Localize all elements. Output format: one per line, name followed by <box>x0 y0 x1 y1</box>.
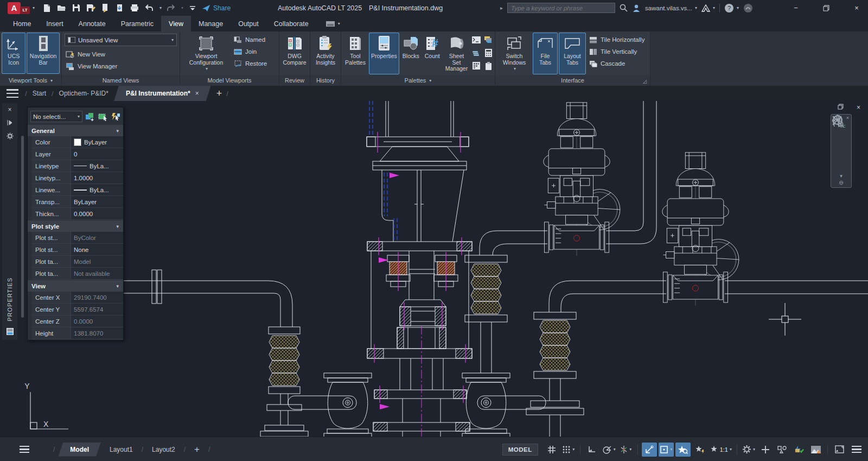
property-row-center-x[interactable]: Center X 29190.7400 <box>32 292 123 304</box>
activity-insights-button[interactable]: Activity Insights <box>312 33 339 74</box>
polar-tracking-button[interactable]: ▾ <box>601 443 617 457</box>
isolate-objects-button[interactable] <box>775 443 790 457</box>
search-icon[interactable] <box>620 4 628 12</box>
property-row-linetype-scale[interactable]: Linetyp... 1.0000 <box>32 172 123 184</box>
count-palette-button[interactable]: Count <box>423 33 442 74</box>
control-valve-2[interactable] <box>662 153 739 306</box>
section-header-general[interactable]: General▾ <box>28 125 123 136</box>
drawing-canvas[interactable]: X Y − × × 2D ▾ ⊖ <box>0 101 868 437</box>
panel-label-named-views[interactable]: Named Views <box>62 75 180 86</box>
model-space-button[interactable]: MODEL <box>502 444 538 456</box>
grid-display-button[interactable] <box>544 443 559 457</box>
quick-calc-icon[interactable] <box>471 60 482 72</box>
panel-label-review[interactable]: Review <box>279 75 310 86</box>
join-viewports-button[interactable]: Join <box>232 46 269 58</box>
layer-states-icon[interactable] <box>483 34 494 46</box>
tab-annotate[interactable]: Annotate <box>71 16 113 31</box>
plot-button[interactable] <box>129 3 140 14</box>
clipboard-icon[interactable] <box>483 60 494 72</box>
property-row-center-z[interactable]: Center Z 0.0000 <box>32 315 123 327</box>
toggle-pickadd-icon[interactable] <box>85 111 95 122</box>
ribbon-display-button[interactable]: ▾ <box>322 16 344 31</box>
tab-parametric[interactable]: Parametric <box>113 16 161 31</box>
panel-launcher-icon[interactable]: ◿ <box>643 79 647 84</box>
viewport-configuration-button[interactable]: Viewport Configuration ▾ <box>182 33 231 74</box>
hardware-acceleration-button[interactable] <box>792 443 807 457</box>
tab-view[interactable]: View <box>161 16 191 31</box>
panel-label-palettes[interactable]: Palettes▾ <box>341 75 495 86</box>
tab-insert[interactable]: Insert <box>39 16 71 31</box>
property-row-transparency[interactable]: Transp... ByLayer <box>32 196 123 208</box>
navbar-more-caret[interactable]: ▾ <box>840 173 843 179</box>
markup-sets-icon[interactable] <box>471 47 482 59</box>
navigation-bar-button[interactable]: Navigation Bar <box>27 33 60 74</box>
layout-tab-layout2[interactable]: Layout2 <box>146 443 181 456</box>
switch-windows-button[interactable]: Switch Windows ▾ <box>497 33 532 74</box>
property-row-color[interactable]: Color ByLayer <box>32 136 123 148</box>
ucs-icon-button[interactable]: UCS Icon <box>2 33 25 74</box>
new-view-button[interactable]: New View <box>63 48 178 60</box>
property-row-height[interactable]: Height 1381.8070 <box>32 327 123 339</box>
customization-menu-icon[interactable] <box>852 446 861 453</box>
property-row-layer[interactable]: Layer 0 <box>32 148 123 160</box>
tile-vertically-button[interactable]: Tile Vertically <box>587 46 647 58</box>
isometric-drafting-button[interactable]: ▾ <box>618 443 634 457</box>
navbar-collapse-icon[interactable]: ⊖ <box>839 180 843 186</box>
customize-qat-button[interactable] <box>187 3 198 14</box>
ortho-mode-button[interactable] <box>584 443 599 457</box>
tile-horizontally-button[interactable]: Tile Horizontally <box>587 34 647 46</box>
control-valve-1[interactable] <box>544 103 620 256</box>
minimize-button[interactable]: − <box>790 2 802 14</box>
chevron-down-icon[interactable]: ▾ <box>33 5 35 10</box>
layout-tab-layout1[interactable]: Layout1 <box>104 443 138 456</box>
palette-settings-icon[interactable] <box>2 129 17 142</box>
sheet-set-manager-button[interactable]: Sheet Set Manager <box>443 33 470 74</box>
cascade-button[interactable]: Cascade <box>587 58 647 70</box>
batch-plot-button[interactable] <box>100 3 111 14</box>
tab-home[interactable]: Home <box>5 16 39 31</box>
property-row-lineweight[interactable]: Linewe... ByLa... <box>32 184 123 196</box>
help-button[interactable]: ?▾ <box>724 3 739 13</box>
save-as-button[interactable] <box>85 3 96 14</box>
workspace-settings-button[interactable]: ▾ <box>741 443 756 457</box>
new-layout-button[interactable]: + <box>189 441 205 458</box>
snap-mode-button[interactable]: ▾ <box>561 443 576 457</box>
property-row-plot-table-type[interactable]: Plot ta... Not available <box>32 268 123 280</box>
app-menu-button[interactable]: A LT ▾ <box>8 0 35 16</box>
blocks-palette-button[interactable]: Blocks <box>400 33 422 74</box>
redo-button[interactable] <box>165 3 176 14</box>
quick-select-icon[interactable] <box>110 111 121 122</box>
property-row-plot-table-attached[interactable]: Plot ta... Model <box>32 256 123 268</box>
layout-tabs-button[interactable]: Layout Tabs <box>559 33 586 74</box>
calculator-icon[interactable] <box>483 47 494 59</box>
signed-in-user[interactable]: sawant.vilas.vs...▾ <box>645 5 697 11</box>
search-input[interactable] <box>507 3 615 13</box>
close-tab-icon[interactable]: × <box>195 90 199 97</box>
annotation-scale-button[interactable]: 1:1▾ <box>709 443 733 457</box>
panel-label-interface[interactable]: Interface◿ <box>495 75 650 86</box>
palette-scrollbar[interactable] <box>21 136 24 318</box>
property-row-linetype[interactable]: Linetype ByLa... <box>32 160 123 172</box>
user-avatar-icon[interactable] <box>632 4 641 12</box>
select-objects-icon[interactable] <box>98 111 108 122</box>
palette-tab-title[interactable]: PROPERTIES <box>7 142 13 325</box>
annotation-visibility-button[interactable] <box>675 443 691 457</box>
property-row-plot-style[interactable]: Plot st... ByColor <box>32 232 123 244</box>
file-tabs-button[interactable]: File Tabs <box>533 33 558 74</box>
color-swatch[interactable] <box>74 138 81 146</box>
tab-manage[interactable]: Manage <box>191 16 231 31</box>
layout-menu-icon[interactable] <box>20 446 29 453</box>
autodesk-logo-icon[interactable]: ▾ <box>701 4 715 12</box>
redo-list-caret[interactable]: ▾ <box>181 5 183 10</box>
file-tab-start[interactable]: Start <box>27 86 52 101</box>
tray-move-button[interactable] <box>758 443 773 457</box>
file-tab-active[interactable]: P&I Instrumentation* × <box>114 86 211 101</box>
section-header-plot-style[interactable]: Plot style▾ <box>28 220 123 232</box>
clean-screen-button[interactable] <box>832 443 847 457</box>
lever-valves[interactable] <box>288 373 546 437</box>
properties-palette-button[interactable]: Properties <box>369 33 399 74</box>
dwg-compare-button[interactable]: DWG Compare <box>280 33 308 74</box>
save-button[interactable] <box>71 3 81 14</box>
view-dropdown[interactable]: Unsaved View▾ <box>65 34 177 46</box>
object-snap-tracking-button[interactable] <box>642 443 657 457</box>
